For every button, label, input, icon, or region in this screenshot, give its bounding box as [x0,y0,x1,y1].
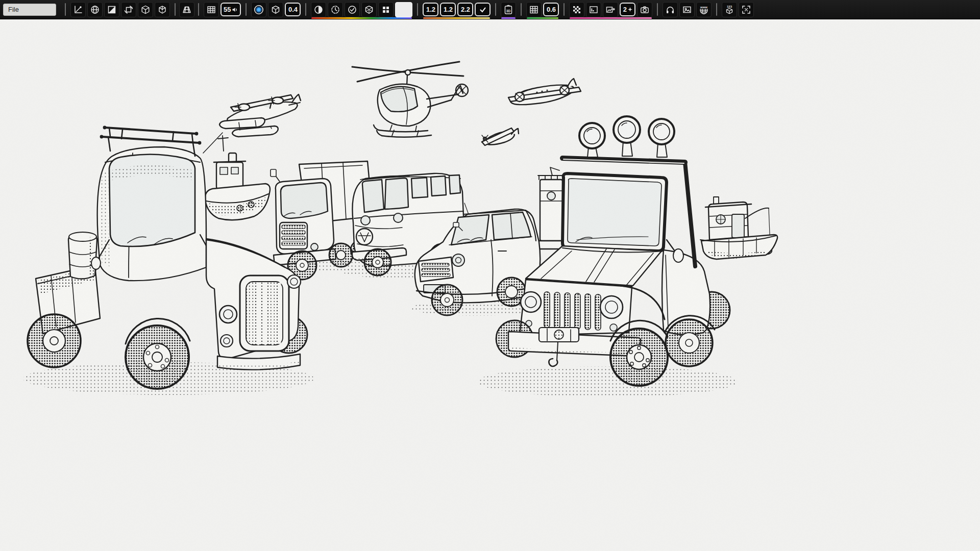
cube-wire-icon-button[interactable] [155,2,170,17]
toolbar-separator [417,3,418,16]
main-toolbar: File [0,0,980,19]
toolbar-separator [564,3,565,16]
headphones-icon-button[interactable] [663,2,678,17]
toolbar-separator [246,3,247,16]
frame-number-value: 2 [623,6,627,13]
gamma-value-box[interactable]: 2.2 [457,3,473,16]
line-parameters-group: 1.2 1.2 2.2 [422,0,492,19]
frame-two-value-box[interactable]: 2 [620,3,635,16]
rotate-view-icon-button[interactable] [121,2,136,17]
screen-dither-icon-button[interactable] [586,2,601,17]
svg-text:123: 123 [727,5,732,8]
toolbar-separator [175,3,176,16]
clipboard-group: 3D [500,0,517,19]
line-width-value-box[interactable]: 1.2 [423,3,438,16]
grid-samples-group: 55 [203,0,242,19]
toolbar-separator [198,3,199,16]
focus-point-icon-button[interactable] [251,2,266,17]
crop-frame-icon-button[interactable] [739,2,754,17]
viewport-canvas[interactable] [0,19,980,551]
half-filled-square-icon-button[interactable] [104,2,119,17]
opacity-value-box[interactable]: 0.6 [543,3,559,16]
paper-grain-overlay [0,19,980,551]
opacity-value: 0.6 [547,6,556,13]
web-globe-icon-button[interactable]: www [696,2,712,17]
taper-value: 1.2 [444,6,453,13]
check-circle-icon-button[interactable] [345,2,360,17]
view-tools-group [69,0,171,19]
grid-table-icon-button[interactable] [204,2,219,17]
gamma-value: 2.2 [461,6,470,13]
shading-modes-group [310,0,413,19]
corner-axes-icon-button[interactable] [70,2,86,17]
sparkle-icon [628,7,632,12]
density-value: 0.4 [288,6,298,13]
clipboard-3d-icon-button[interactable]: 3D [501,2,516,17]
frame-tools-group: 123 [721,0,755,19]
samples-value-box[interactable]: 55 [220,3,241,16]
bounding-cube-icon-button[interactable] [268,2,283,17]
toolbar-separator [305,3,306,16]
timer-icon-button[interactable] [328,2,343,17]
image-icon-button[interactable] [679,2,695,17]
sphere-icon-button[interactable] [87,2,103,17]
line-width-value: 1.2 [426,6,435,13]
perspective-plane-icon-button[interactable] [179,2,194,17]
toolbar-separator [495,3,496,16]
toolbar-separator [521,3,522,16]
svg-text:3D: 3D [506,9,511,12]
image-export-icon-button[interactable] [603,2,618,17]
wire-box-icon-button[interactable] [361,2,377,17]
media-group: www [662,0,713,19]
checkerboard-icon-button[interactable] [569,2,584,17]
matrix-opacity-group: 0.6 [525,0,560,19]
check-icon [479,6,487,14]
focus-group: 0.4 [250,0,302,19]
white-swatch-button[interactable] [395,2,412,17]
samples-value: 55 [224,6,231,13]
svg-text:www: www [700,6,707,9]
toolbar-separator [657,3,658,16]
speaker-icon [232,7,238,13]
numbered-cube-icon-button[interactable]: 123 [722,2,737,17]
toolbar-separator [65,3,66,16]
taper-value-box[interactable]: 1.2 [440,3,456,16]
camera-icon-button[interactable] [637,2,652,17]
cube-gizmo-icon-button[interactable] [138,2,153,17]
tile-grid-icon-button[interactable] [378,2,394,17]
viewport-drawing [0,19,980,551]
density-value-box[interactable]: 0.4 [285,3,301,16]
toolbar-separator [716,3,717,16]
file-menu-button[interactable]: File [3,4,56,16]
output-modes-group: 2 [568,0,653,19]
contrast-icon-button[interactable] [311,2,326,17]
application-window: File [0,0,980,551]
enabled-checkbox[interactable] [475,3,491,16]
matrix-grid-icon-button[interactable] [526,2,542,17]
